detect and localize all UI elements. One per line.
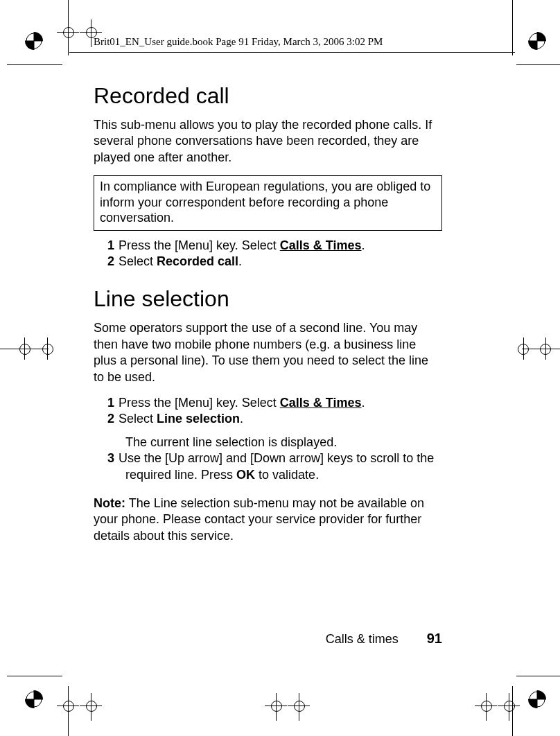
- step-item: 2Select Line selection. The current line…: [116, 411, 440, 450]
- menu-ref: OK: [236, 468, 255, 482]
- registration-mark-icon: [25, 32, 43, 50]
- step-text: .: [362, 396, 365, 410]
- step-text: .: [362, 238, 365, 252]
- paragraph: Some operators support the use of a seco…: [94, 320, 440, 385]
- step-text: .: [240, 412, 243, 426]
- step-continuation: The current line selection is displayed.: [125, 435, 440, 450]
- steps-list: 1Press the [Menu] key. Select Calls & Ti…: [94, 395, 440, 483]
- step-number: 3: [105, 450, 114, 466]
- heading-recorded-call: Recorded call: [94, 83, 440, 109]
- note-paragraph: Note: The Line selection sub-menu may no…: [94, 496, 440, 544]
- step-number: 1: [105, 395, 114, 411]
- crop-mark: [512, 686, 513, 736]
- footer-chapter: Calls & times: [326, 632, 399, 646]
- paragraph: This sub-menu allows you to play the rec…: [94, 117, 440, 166]
- step-item: 2Select Recorded call.: [116, 254, 440, 270]
- crop-mark: [7, 676, 62, 676]
- step-text: Press the [Menu] key. Select: [119, 238, 280, 252]
- step-number: 2: [105, 411, 114, 427]
- step-item: 3Use the [Up arrow] and [Down arrow] key…: [116, 450, 440, 483]
- steps-list: 1Press the [Menu] key. Select Calls & Ti…: [94, 238, 440, 270]
- crop-mark: [516, 676, 560, 676]
- crop-mark: [7, 64, 62, 65]
- step-text: Press the [Menu] key. Select: [119, 396, 280, 410]
- registration-mark-icon: [528, 690, 546, 708]
- compliance-notice: In compliance with European regulations,…: [94, 175, 442, 231]
- running-header: Brit01_EN_User guide.book Page 91 Friday…: [94, 36, 383, 48]
- step-number: 1: [105, 238, 114, 254]
- step-text: .: [238, 254, 242, 268]
- page-footer: Calls & times 91: [0, 631, 560, 647]
- step-item: 1Press the [Menu] key. Select Calls & Ti…: [116, 395, 440, 411]
- step-item: 1Press the [Menu] key. Select Calls & Ti…: [116, 238, 440, 254]
- menu-ref: Calls & Times: [280, 396, 362, 410]
- menu-ref: Recorded call: [157, 254, 238, 268]
- crop-mark: [516, 64, 560, 65]
- step-text: to validate.: [255, 468, 319, 482]
- menu-ref: Calls & Times: [280, 238, 362, 252]
- menu-ref: Line selection: [157, 412, 240, 426]
- step-text: Select: [119, 254, 157, 268]
- page-content: Recorded call This sub-menu allows you t…: [94, 83, 440, 557]
- header-rule: [69, 52, 515, 53]
- crop-mark: [512, 0, 513, 55]
- step-text: Select: [119, 412, 157, 426]
- note-label: Note:: [94, 496, 125, 510]
- registration-mark-icon: [25, 690, 43, 708]
- page-number: 91: [427, 631, 442, 646]
- heading-line-selection: Line selection: [94, 286, 440, 312]
- registration-mark-icon: [528, 32, 546, 50]
- step-number: 2: [105, 254, 114, 270]
- note-text: The Line selection sub-menu may not be a…: [94, 496, 424, 543]
